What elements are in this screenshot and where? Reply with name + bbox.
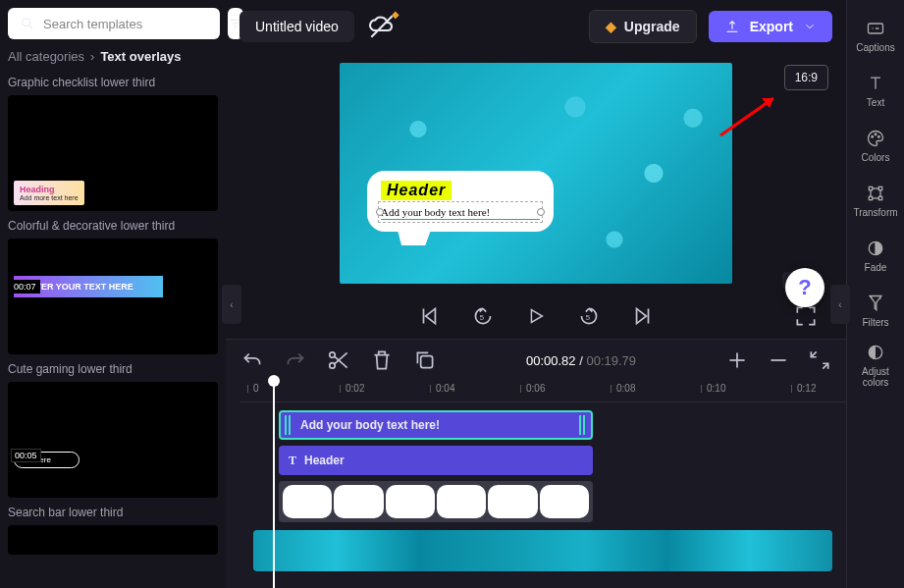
panel-label: Transform	[853, 207, 897, 218]
search-box[interactable]	[8, 8, 220, 39]
svg-rect-24	[869, 196, 872, 199]
gem-icon: ◆	[606, 19, 616, 34]
play-icon	[525, 305, 547, 327]
thumb-gaming: ENTER YOUR TEXT HERE	[14, 276, 163, 297]
export-button[interactable]: Export	[709, 11, 832, 42]
panel-fade[interactable]: Fade	[848, 230, 903, 281]
clip-label: Add your body text here!	[300, 418, 440, 432]
playhead[interactable]	[273, 381, 275, 588]
svg-point-21	[878, 135, 880, 137]
rewind-icon: 5	[470, 303, 496, 329]
svg-line-1	[29, 26, 32, 28]
panel-text[interactable]: Text	[848, 65, 903, 116]
video-preview[interactable]: Header Add your body text here!	[340, 63, 732, 284]
panel-transform[interactable]: Transform	[848, 175, 903, 226]
time-current: 00:00.82	[526, 353, 576, 368]
template-title: Search bar lower third	[8, 506, 218, 519]
split-button[interactable]	[326, 347, 351, 373]
text-icon: T	[289, 454, 296, 468]
duplicate-icon	[412, 347, 438, 373]
trash-icon	[369, 347, 395, 373]
cloud-off-button[interactable]: ◆	[366, 11, 398, 42]
plus-icon	[724, 347, 750, 373]
captions-icon	[866, 19, 885, 38]
premium-badge-icon: ◆	[392, 9, 399, 20]
panel-label: Colors	[862, 152, 890, 163]
zoom-out-button[interactable]	[766, 347, 791, 373]
svg-point-31	[879, 297, 881, 299]
thumb-heading: Heading	[20, 185, 79, 194]
text-clip[interactable]: T Header	[279, 446, 593, 475]
svg-point-20	[875, 134, 877, 135]
tick: 0	[253, 383, 259, 394]
time-duration: 00:19.79	[586, 353, 636, 368]
breadcrumb-root[interactable]: All categories	[8, 49, 84, 64]
tick: 0:08	[616, 383, 635, 394]
fit-timeline-button[interactable]	[807, 347, 832, 373]
transform-icon	[866, 184, 885, 203]
panel-label: Text	[867, 97, 884, 108]
project-title[interactable]: Untitled video	[239, 11, 354, 42]
skip-end-button[interactable]	[629, 303, 655, 329]
undo-button[interactable]	[239, 347, 265, 373]
timeline-toolbar: 00:00.82 / 00:19.79	[226, 340, 846, 381]
svg-point-32	[871, 296, 873, 298]
chevron-down-icon	[803, 20, 817, 33]
template-thumb[interactable]: Heading Add more text here	[8, 95, 218, 211]
svg-rect-22	[869, 187, 872, 189]
skip-start-button[interactable]	[417, 303, 443, 329]
adjust-icon	[866, 343, 885, 362]
redo-button[interactable]	[283, 347, 308, 373]
template-thumb[interactable]: ext here	[8, 382, 218, 498]
svg-rect-25	[878, 196, 881, 199]
search-input[interactable]	[43, 17, 208, 31]
timecode: 00:00.82 / 00:19.79	[455, 353, 707, 368]
rewind-5-button[interactable]: 5	[470, 303, 496, 329]
panel-filters[interactable]: Filters	[848, 285, 903, 336]
scissors-icon	[326, 347, 351, 373]
bubble-body-text[interactable]: Add your body text here!	[381, 204, 540, 220]
bubble-thumb	[437, 485, 486, 518]
panel-label: Adjust colors	[848, 366, 903, 388]
template-title: Cute gaming lower third	[8, 362, 218, 376]
template-title: Graphic checklist lower third	[8, 76, 218, 89]
tick: 0:06	[526, 383, 545, 394]
export-label: Export	[750, 19, 793, 34]
template-thumb[interactable]: ENTER YOUR TEXT HERE	[8, 239, 218, 354]
text-icon	[866, 74, 885, 93]
svg-rect-12	[421, 356, 433, 368]
templates-sidebar: All categories › Text overlays Graphic c…	[0, 0, 226, 588]
upgrade-button[interactable]: ◆ Upgrade	[589, 10, 697, 43]
delete-button[interactable]	[369, 347, 395, 373]
bubble-thumb	[283, 485, 332, 518]
breadcrumb: All categories › Text overlays	[8, 49, 218, 64]
clip-label: Header	[304, 454, 345, 467]
duplicate-button[interactable]	[412, 347, 438, 373]
forward-5-button[interactable]: 5	[576, 303, 602, 329]
panel-captions[interactable]: Captions	[848, 10, 903, 61]
svg-rect-23	[878, 187, 881, 189]
video-clip[interactable]	[253, 530, 832, 571]
speech-bubble-overlay[interactable]: Header Add your body text here!	[367, 171, 554, 232]
search-icon	[20, 16, 35, 31]
tick: 0:04	[436, 383, 454, 394]
template-thumb[interactable]	[8, 525, 218, 555]
help-button[interactable]: ?	[785, 268, 824, 307]
palette-icon	[866, 129, 885, 148]
collapse-icon	[807, 347, 832, 373]
add-track-button[interactable]	[724, 347, 750, 373]
aspect-ratio-button[interactable]: 16:9	[784, 65, 828, 90]
help-icon: ?	[798, 275, 811, 300]
text-clip[interactable]: Add your body text here!	[279, 410, 593, 440]
template-title: Colorful & decorative lower third	[8, 219, 218, 233]
panel-colors[interactable]: Colors	[848, 120, 903, 171]
play-button[interactable]	[523, 303, 549, 329]
panel-label: Captions	[856, 42, 894, 53]
graphic-clip[interactable]	[279, 481, 593, 522]
svg-point-9	[330, 363, 335, 368]
breadcrumb-current: Text overlays	[100, 49, 181, 64]
bubble-header: Header	[381, 181, 452, 200]
timeline-ruler[interactable]: 0 0:02 0:04 0:06 0:08 0:10 0:12	[239, 381, 846, 402]
forward-icon: 5	[576, 303, 602, 329]
panel-adjust-colors[interactable]: Adjust colors	[848, 340, 903, 391]
